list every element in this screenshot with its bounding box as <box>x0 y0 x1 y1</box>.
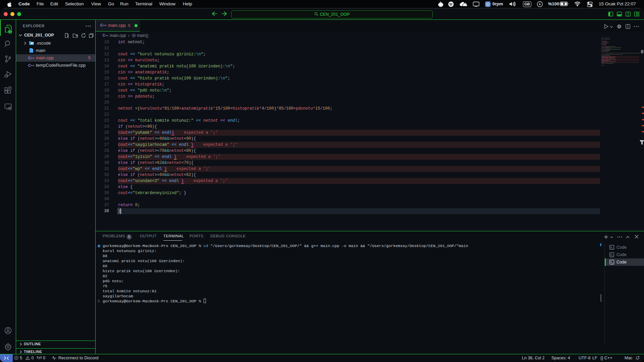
svg-text:1: 1 <box>9 30 11 34</box>
